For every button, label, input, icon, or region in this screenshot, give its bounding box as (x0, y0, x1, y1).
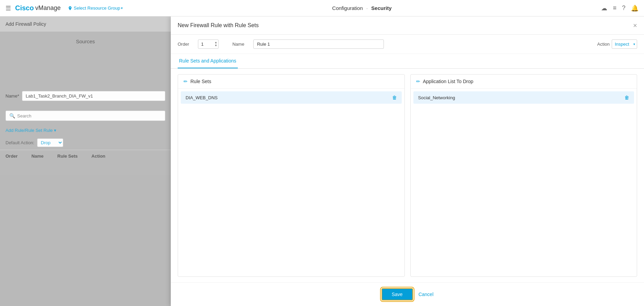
modal-close-button[interactable]: × (633, 22, 637, 29)
modal-footer: Save Cancel (171, 282, 644, 306)
table-header: Order Name Rule Sets Action (0, 150, 171, 162)
location-icon (68, 6, 73, 11)
modal-title: New Firewall Rule with Rule Sets (178, 22, 259, 29)
rule-set-item: DIA_WEB_DNS 🗑 (181, 91, 402, 104)
left-panel-header: Add Firewall Policy (0, 16, 171, 32)
main-layout: Add Firewall Policy Sources Name* Lab1_T… (0, 16, 644, 306)
add-firewall-policy-title: Add Firewall Policy (5, 21, 46, 27)
rule-sets-panel: ✏ Rule Sets DIA_WEB_DNS 🗑 (178, 74, 405, 277)
add-rule-label: Add Rule/Rule Set Rule (5, 128, 53, 133)
th-rule-sets: Rule Sets (57, 154, 78, 159)
page-title: Configuration (332, 5, 363, 11)
app-list-title: Application List To Drop (423, 79, 474, 84)
add-rule-chevron: ▾ (54, 128, 56, 133)
rule-sets-header: ✏ Rule Sets (178, 75, 404, 89)
logo-product: vManage (35, 4, 60, 12)
order-input-wrap: ▲ ▼ (198, 39, 219, 49)
order-label: Order (178, 42, 189, 47)
th-order: Order (5, 154, 18, 159)
name-label: Name (232, 42, 244, 47)
bell-icon[interactable]: 🔔 (631, 4, 639, 12)
help-icon[interactable]: ? (622, 4, 625, 12)
policy-name-value: Lab1_Task2_Branch_DIA_FW_v1 (22, 91, 165, 101)
resource-group-label: Select Resource Group (74, 5, 120, 11)
order-down-arrow[interactable]: ▼ (214, 44, 217, 47)
th-name: Name (31, 154, 43, 159)
app-list-item-text: Social_Networking (418, 95, 625, 100)
left-panel: Add Firewall Policy Sources Name* Lab1_T… (0, 16, 171, 306)
nav-action-icons: ☁ ≡ ? 🔔 (601, 4, 639, 12)
app-list-header: ✏ Application List To Drop (411, 75, 637, 89)
hamburger-icon[interactable]: ☰ (5, 4, 11, 12)
default-action-label: Default Action: (5, 140, 34, 145)
rule-sets-body: DIA_WEB_DNS 🗑 (178, 89, 404, 276)
action-group: Action Inspect Pass Drop ▾ (597, 39, 637, 49)
modal-config-row: Order ▲ ▼ Name Action Inspect Pass Drop (171, 35, 644, 54)
search-icon: 🔍 (9, 113, 15, 118)
action-select-wrap: Inspect Pass Drop ▾ (612, 39, 637, 49)
modal-dialog: New Firewall Rule with Rule Sets × Order… (171, 16, 644, 306)
page-title-area: Configuration · Security (123, 5, 601, 11)
order-up-arrow[interactable]: ▲ (214, 41, 217, 44)
tab-rule-sets-applications[interactable]: Rule Sets and Applications (178, 54, 238, 68)
modal-header: New Firewall Rule with Rule Sets × (171, 16, 644, 35)
add-rule-button[interactable]: Add Rule/Rule Set Rule ▾ (0, 125, 171, 136)
app-list-delete-icon[interactable]: 🗑 (624, 95, 629, 100)
rule-name-input[interactable] (253, 39, 384, 49)
save-button[interactable]: Save (381, 288, 413, 301)
default-action-select[interactable]: Drop Pass Inspect (37, 138, 63, 147)
page-section: Security (371, 5, 391, 11)
sources-label: Sources (0, 32, 171, 51)
rule-sets-title: Rule Sets (190, 79, 211, 84)
menu-icon[interactable]: ≡ (613, 4, 617, 12)
order-arrows: ▲ ▼ (214, 41, 217, 47)
th-action: Action (91, 154, 105, 159)
search-input[interactable] (17, 113, 162, 118)
cloud-icon[interactable]: ☁ (601, 4, 607, 12)
default-action-row: Default Action: Drop Pass Inspect (0, 136, 171, 150)
modal-tabs: Rule Sets and Applications (171, 54, 644, 69)
rule-set-item-text: DIA_WEB_DNS (186, 95, 392, 100)
rule-set-delete-icon[interactable]: 🗑 (392, 95, 397, 100)
rule-sets-edit-icon[interactable]: ✏ (184, 79, 188, 84)
app-list-edit-icon[interactable]: ✏ (416, 79, 420, 84)
action-label: Action (597, 42, 610, 47)
logo-cisco: Cisco (15, 4, 34, 12)
app-list-body: Social_Networking 🗑 (411, 89, 637, 276)
resource-group-selector[interactable]: Select Resource Group ▾ (68, 5, 123, 11)
title-separator: · (366, 5, 368, 11)
cancel-button[interactable]: Cancel (419, 292, 434, 297)
name-row: Name* Lab1_Task2_Branch_DIA_FW_v1 (0, 86, 171, 106)
search-box[interactable]: 🔍 (5, 111, 165, 121)
nav-bar: ☰ Cisco vManage Select Resource Group ▾ … (0, 0, 644, 16)
action-select[interactable]: Inspect Pass Drop (612, 39, 637, 49)
tab-content: ✏ Rule Sets DIA_WEB_DNS 🗑 ✏ Application … (171, 69, 644, 282)
app-list-panel: ✏ Application List To Drop Social_Networ… (410, 74, 637, 277)
name-label: Name* (5, 93, 19, 99)
app-list-item: Social_Networking 🗑 (413, 91, 634, 104)
app-logo: Cisco vManage (15, 4, 61, 12)
